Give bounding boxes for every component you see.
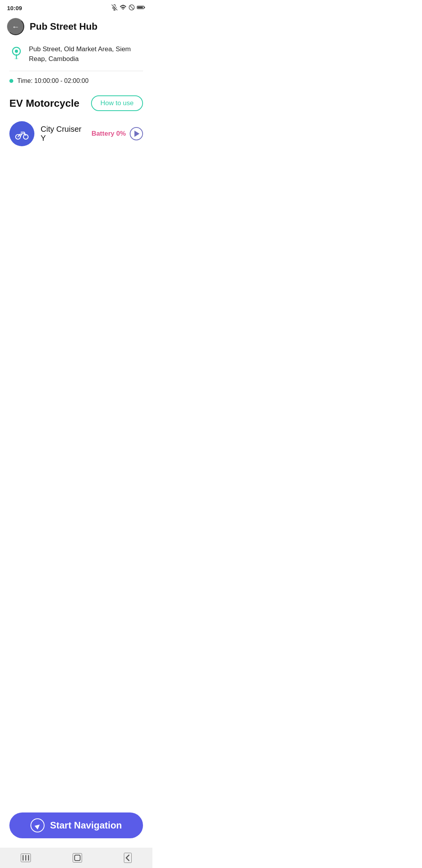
header: ← Pub Street Hub [0,14,152,39]
battery-section: Battery 0% [91,127,143,140]
location-text: Pub Street, Old Market Area, Siem Reap, … [29,45,143,64]
svg-line-4 [130,5,133,9]
back-button[interactable]: ← [7,18,24,35]
svg-point-11 [14,58,18,59]
how-to-use-button[interactable]: How to use [91,95,143,111]
svg-rect-7 [138,6,143,8]
divider [9,71,143,71]
time-dot-icon [9,79,13,83]
status-bar: 10:09 [0,0,152,14]
back-arrow-icon: ← [12,23,20,30]
blocked-icon [129,4,135,12]
section-header: EV Motorcycle How to use [9,95,143,111]
time-block: Time: 10:00:00 - 02:00:00 [9,77,143,84]
location-block: Pub Street, Old Market Area, Siem Reap, … [9,45,143,64]
main-content: Pub Street, Old Market Area, Siem Reap, … [0,39,152,313]
section-title: EV Motorcycle [9,97,79,109]
mute-icon [111,4,118,12]
battery-text: Battery 0% [91,130,126,138]
vehicle-icon [9,121,34,146]
status-icons [111,4,145,12]
time-text: Time: 10:00:00 - 02:00:00 [17,77,89,84]
vehicle-card: City Cruiser Y Battery 0% [9,119,143,149]
page-title: Pub Street Hub [30,21,97,32]
battery-icon [137,5,145,11]
location-pin-icon [9,45,23,61]
play-triangle-icon [134,131,139,137]
svg-rect-6 [144,7,145,8]
vehicle-name: City Cruiser Y [41,125,85,143]
status-time: 10:09 [7,5,22,11]
svg-point-9 [15,50,18,53]
play-button[interactable] [130,127,143,140]
wifi-icon [120,5,127,11]
